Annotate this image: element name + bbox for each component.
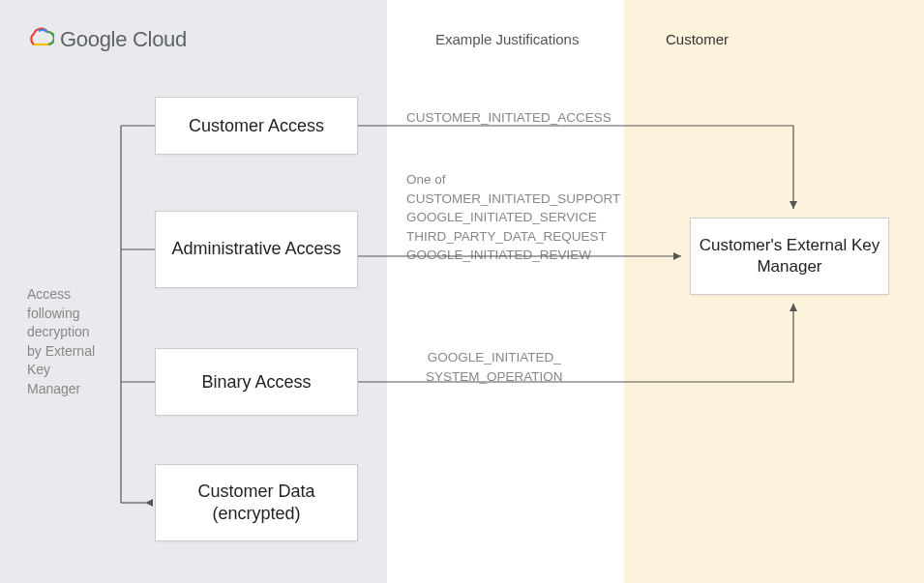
box-label: Customer Data (encrypted)	[164, 481, 349, 526]
logo-text: Google Cloud	[60, 27, 187, 52]
justification-customer-initiated-access: CUSTOMER_INITIATED_ACCESS	[406, 108, 611, 128]
panel-justifications	[387, 0, 624, 583]
justification-admin-list: One of CUSTOMER_INITIATED_SUPPORT GOOGLE…	[406, 170, 620, 265]
justification-system-operation: GOOGLE_INITIATED_ SYSTEM_OPERATION	[426, 348, 563, 386]
box-label: Binary Access	[201, 372, 311, 393]
google-cloud-icon	[27, 27, 54, 52]
box-binary-access: Binary Access	[155, 348, 358, 416]
box-label: Customer Access	[189, 116, 324, 136]
side-label-access-following: Access following decryption by External …	[27, 285, 104, 399]
box-label: Customer's External Key Manager	[699, 235, 880, 277]
box-customer-access: Customer Access	[155, 97, 358, 155]
heading-customer: Customer	[666, 31, 729, 47]
box-administrative-access: Administrative Access	[155, 211, 358, 288]
google-cloud-logo: Google Cloud	[27, 27, 187, 52]
box-customer-data: Customer Data (encrypted)	[155, 464, 358, 541]
box-label: Administrative Access	[171, 238, 341, 260]
box-external-key-manager: Customer's External Key Manager	[690, 218, 889, 295]
heading-justifications: Example Justifications	[435, 31, 579, 47]
